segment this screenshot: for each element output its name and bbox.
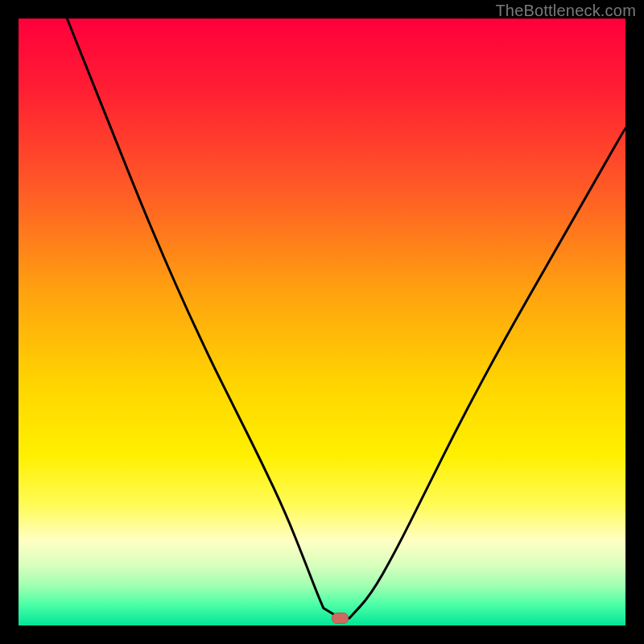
bottleneck-chart bbox=[0, 0, 644, 644]
optimal-marker bbox=[332, 613, 349, 623]
plot-background bbox=[19, 19, 625, 625]
chart-frame: TheBottleneck.com bbox=[0, 0, 644, 644]
watermark-text: TheBottleneck.com bbox=[495, 2, 636, 20]
